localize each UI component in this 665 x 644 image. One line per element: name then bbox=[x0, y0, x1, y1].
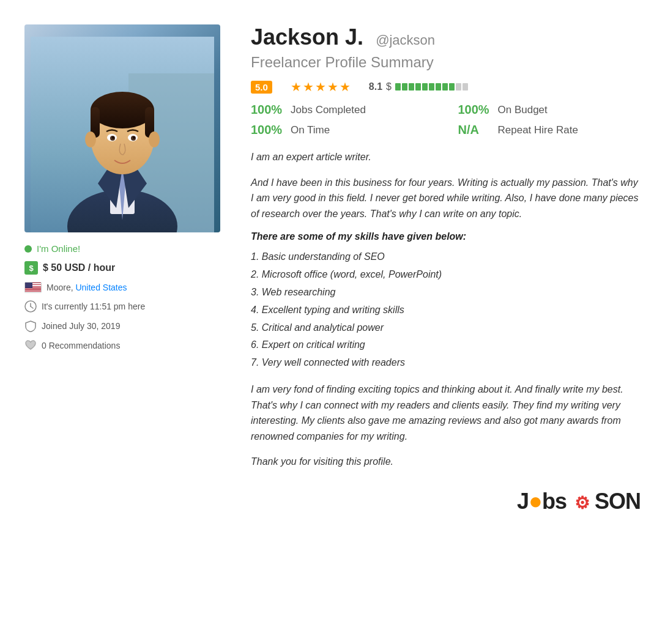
stars: ★ ★ ★ ★ ★ bbox=[291, 80, 351, 94]
profile-username: @jackson bbox=[376, 32, 435, 48]
logo-gear-icon: ⚙ bbox=[574, 494, 589, 513]
score-bar-3 bbox=[409, 83, 414, 91]
rating-row: 5.0 ★ ★ ★ ★ ★ 8.1 $ bbox=[251, 80, 641, 94]
online-indicator bbox=[24, 245, 32, 253]
stat-on-time-label: On Time bbox=[291, 124, 330, 136]
score-bar-4 bbox=[415, 83, 421, 91]
logo: J●bs ⚙ SON bbox=[517, 488, 641, 514]
recommendations-row: 0 Recommendations bbox=[24, 339, 232, 352]
stat-on-budget-value: 100% bbox=[458, 103, 492, 117]
profile-name: Jackson J. bbox=[251, 24, 363, 50]
score-bar-6 bbox=[429, 83, 434, 91]
rate-text: $ 50 USD / hour bbox=[43, 262, 115, 273]
skill-2: 2. Microsoft office (word, excel, PowerP… bbox=[251, 266, 641, 284]
score-bar-8 bbox=[442, 83, 448, 91]
score-bar-7 bbox=[436, 83, 441, 91]
svg-point-18 bbox=[85, 131, 96, 147]
score-num: 8.1 bbox=[369, 81, 382, 92]
skills-heading: There are some of my skills have given b… bbox=[251, 231, 641, 242]
stats-grid: 100% Jobs Completed 100% On Budget 100% … bbox=[251, 103, 641, 137]
profile-subtitle: Freelancer Profile Summary bbox=[251, 54, 641, 71]
right-panel: Jackson J. @jackson Freelancer Profile S… bbox=[251, 24, 641, 514]
location-country-link[interactable]: United States bbox=[75, 283, 127, 292]
joined-text: Joined July 30, 2019 bbox=[42, 321, 120, 331]
online-text: I'm Online! bbox=[37, 243, 80, 254]
star-1: ★ bbox=[291, 80, 302, 94]
bio-intro: I am an expert article writer. bbox=[251, 149, 641, 165]
heart-icon bbox=[24, 339, 37, 352]
star-5: ★ bbox=[340, 80, 351, 94]
stat-on-budget: 100% On Budget bbox=[458, 103, 641, 117]
svg-point-9 bbox=[91, 92, 154, 128]
score-section: 8.1 $ bbox=[369, 81, 468, 92]
skill-3: 3. Web researching bbox=[251, 284, 641, 302]
location-row: Moore, United States bbox=[24, 282, 232, 293]
score-bar-11 bbox=[463, 83, 468, 91]
stat-repeat-hire: N/A Repeat Hire Rate bbox=[458, 123, 641, 137]
clock-icon bbox=[24, 300, 37, 313]
svg-point-17 bbox=[133, 136, 135, 139]
skills-list: 1. Basic understanding of SEO 2. Microso… bbox=[251, 248, 641, 372]
footer-logo: J●bs ⚙ SON bbox=[251, 488, 641, 514]
score-bar-2 bbox=[402, 83, 407, 91]
rating-badge: 5.0 bbox=[251, 81, 272, 94]
bio-closing-2: Thank you for visiting this profile. bbox=[251, 454, 641, 470]
time-text: It's currently 11:51 pm here bbox=[42, 302, 145, 311]
online-status: I'm Online! bbox=[24, 243, 232, 254]
logo-son: SON bbox=[595, 489, 641, 514]
profile-photo bbox=[24, 24, 220, 232]
star-4: ★ bbox=[327, 80, 338, 94]
stat-jobs-completed-label: Jobs Completed bbox=[291, 104, 366, 116]
dollar-icon: $ bbox=[24, 261, 38, 275]
star-2: ★ bbox=[303, 80, 314, 94]
location-text: Moore, United States bbox=[46, 283, 127, 292]
score-bars bbox=[395, 83, 468, 91]
skill-4: 4. Excellent typing and writing skills bbox=[251, 302, 641, 319]
skill-6: 6. Expert on critical writing bbox=[251, 336, 641, 354]
score-bar-9 bbox=[449, 83, 455, 91]
stat-repeat-hire-label: Repeat Hire Rate bbox=[498, 124, 578, 136]
name-row: Jackson J. @jackson bbox=[251, 24, 641, 50]
stat-jobs-completed: 100% Jobs Completed bbox=[251, 103, 434, 117]
bio-closing-1: I am very fond of finding exciting topic… bbox=[251, 382, 641, 444]
score-bar-10 bbox=[456, 83, 461, 91]
skill-1: 1. Basic understanding of SEO bbox=[251, 248, 641, 266]
bio-section: I am an expert article writer. And I hav… bbox=[251, 149, 641, 470]
skill-5: 5. Critical and analytical power bbox=[251, 319, 641, 337]
stat-on-budget-label: On Budget bbox=[498, 104, 548, 116]
flag-icon bbox=[24, 282, 42, 293]
stat-jobs-completed-value: 100% bbox=[251, 103, 284, 117]
stat-on-time: 100% On Time bbox=[251, 123, 434, 137]
logo-o: ● bbox=[529, 488, 542, 514]
score-bar-1 bbox=[395, 83, 401, 91]
stat-repeat-hire-value: N/A bbox=[458, 123, 492, 137]
star-3: ★ bbox=[315, 80, 326, 94]
logo-bs: bs bbox=[542, 489, 567, 514]
logo-j: J bbox=[517, 489, 529, 514]
bio-body: And I have been in this business for fou… bbox=[251, 175, 641, 222]
svg-point-16 bbox=[112, 136, 114, 139]
svg-point-19 bbox=[149, 131, 160, 147]
rate-row: $ $ 50 USD / hour bbox=[24, 261, 232, 275]
stat-on-time-value: 100% bbox=[251, 123, 284, 137]
recommendations-text: 0 Recommendations bbox=[42, 341, 120, 350]
score-bar-5 bbox=[422, 83, 428, 91]
shield-icon bbox=[24, 320, 37, 332]
left-panel: I'm Online! $ $ 50 USD / hour Moore, Uni… bbox=[24, 24, 232, 514]
time-row: It's currently 11:51 pm here bbox=[24, 300, 232, 313]
skill-7: 7. Very well connected with readers bbox=[251, 354, 641, 372]
svg-line-22 bbox=[31, 306, 33, 308]
score-dollar-sign: $ bbox=[386, 81, 392, 92]
joined-row: Joined July 30, 2019 bbox=[24, 320, 232, 332]
